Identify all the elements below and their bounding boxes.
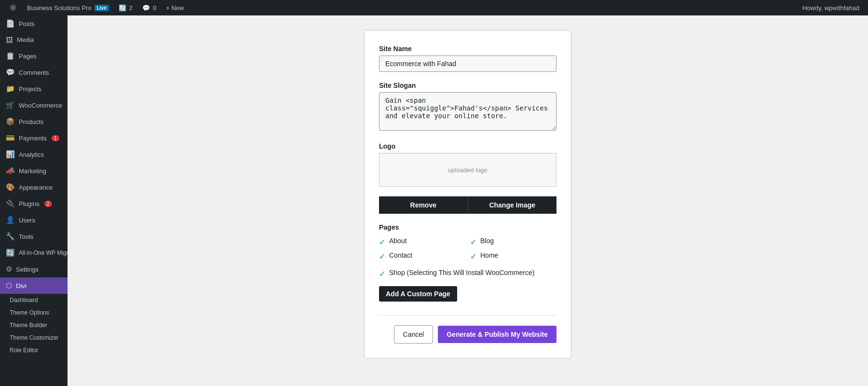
shop-label: Shop (Selecting This Will Install WooCom… xyxy=(389,269,534,276)
users-icon: 👤 xyxy=(6,216,15,224)
sidebar-label-settings: Settings xyxy=(16,266,39,273)
pages-icon: 📋 xyxy=(6,52,15,60)
sidebar-item-users[interactable]: 👤 Users xyxy=(0,212,68,228)
sidebar-item-media[interactable]: 🖼 Media xyxy=(0,32,68,48)
sidebar-item-appearance[interactable]: 🎨 Appearance xyxy=(0,179,68,195)
sidebar-label-payments: Payments xyxy=(19,135,47,142)
sidebar-label-pages: Pages xyxy=(19,53,37,60)
logo-placeholder-text: uploaded logo xyxy=(448,166,488,174)
sidebar-label-users: Users xyxy=(19,217,35,224)
comments-count[interactable]: 💬 0 xyxy=(137,0,161,15)
sidebar-item-plugins[interactable]: 🔌 Plugins 2 xyxy=(0,195,68,212)
updates-icon: 🔄 xyxy=(119,4,126,12)
theme-customizer-label: Theme Customizer xyxy=(10,334,58,341)
analytics-icon: 📊 xyxy=(6,150,15,159)
sidebar-item-products[interactable]: 📦 Products xyxy=(0,113,68,130)
remove-logo-button[interactable]: Remove xyxy=(379,196,468,214)
sidebar-item-payments[interactable]: 💳 Payments 1 xyxy=(0,130,68,146)
cancel-button[interactable]: Cancel xyxy=(394,325,434,344)
home-label: Home xyxy=(480,251,498,259)
sidebar-item-analytics[interactable]: 📊 Analytics xyxy=(0,146,68,163)
sidebar-label-marketing: Marketing xyxy=(19,167,46,175)
dashboard-label: Dashboard xyxy=(10,297,38,303)
payments-icon: 💳 xyxy=(6,134,15,142)
site-name-input[interactable] xyxy=(379,55,556,72)
sidebar-label-woocommerce: WooCommerce xyxy=(19,102,62,109)
sidebar-subitem-dashboard[interactable]: Dashboard xyxy=(0,294,68,306)
updates-number: 2 xyxy=(129,4,133,12)
sidebar-item-projects[interactable]: 📁 Projects xyxy=(0,81,68,97)
sidebar-label-products: Products xyxy=(19,118,43,125)
logo-group: Logo uploaded logo xyxy=(379,142,556,187)
admin-bar: ⚛ Business Solutions Pro Live 🔄 2 💬 0 + … xyxy=(0,0,868,15)
blog-check-icon: ✓ xyxy=(470,237,476,247)
page-item-about: ✓ About xyxy=(379,237,465,247)
settings-icon: ⚙ xyxy=(6,265,12,274)
site-name-bar[interactable]: Business Solutions Pro Live xyxy=(22,0,114,15)
payments-badge: 1 xyxy=(52,135,59,141)
site-name-label: Site Name xyxy=(379,45,556,53)
sidebar-subitem-theme-options[interactable]: Theme Options xyxy=(0,306,68,319)
sidebar-subitem-role-editor[interactable]: Role Editor xyxy=(0,344,68,357)
sidebar-item-settings[interactable]: ⚙ Settings xyxy=(0,261,68,277)
about-check-icon: ✓ xyxy=(379,237,385,247)
sidebar-subitem-theme-customizer[interactable]: Theme Customizer xyxy=(0,331,68,344)
pages-grid: ✓ About ✓ Blog ✓ Contact ✓ Home xyxy=(379,237,556,261)
add-custom-page-button[interactable]: Add A Custom Page xyxy=(379,286,457,302)
page-item-contact: ✓ Contact xyxy=(379,251,465,261)
sidebar-label-analytics: Analytics xyxy=(19,151,44,158)
appearance-icon: 🎨 xyxy=(6,183,15,192)
content-area: Site Name Site Slogan Gain <span class="… xyxy=(68,15,868,386)
sidebar-label-projects: Projects xyxy=(19,85,41,93)
updates-count[interactable]: 🔄 2 xyxy=(114,0,137,15)
site-name-text: Business Solutions Pro xyxy=(27,4,92,12)
marketing-icon: 📣 xyxy=(6,166,15,175)
change-image-button[interactable]: Change Image xyxy=(468,196,557,214)
shop-check-icon: ✓ xyxy=(379,269,385,278)
sidebar-label-appearance: Appearance xyxy=(19,184,53,191)
howdy-label: Howdy, wpwithfahad xyxy=(802,4,859,12)
woocommerce-icon: 🛒 xyxy=(6,101,15,110)
sidebar-label-divi: Divi xyxy=(16,282,27,290)
site-slogan-label: Site Slogan xyxy=(379,82,556,89)
sidebar-label-posts: Posts xyxy=(19,20,35,28)
posts-icon: 📄 xyxy=(6,19,15,28)
howdy-text[interactable]: Howdy, wpwithfahad xyxy=(798,0,864,15)
home-check-icon: ✓ xyxy=(470,252,476,261)
sidebar-label-media: Media xyxy=(17,36,34,43)
sidebar-item-all-in-one[interactable]: 🔄 All-in-One WP Migration xyxy=(0,245,68,261)
sidebar-item-posts[interactable]: 📄 Posts xyxy=(0,15,68,32)
products-icon: 📦 xyxy=(6,117,15,126)
wp-logo[interactable]: ⚛ xyxy=(4,0,22,15)
media-icon: 🖼 xyxy=(6,36,13,44)
contact-label: Contact xyxy=(389,251,412,259)
sidebar-item-divi[interactable]: ⬡ Divi xyxy=(0,277,68,294)
about-label: About xyxy=(389,237,407,245)
pages-section: Pages ✓ About ✓ Blog ✓ Contact xyxy=(379,223,556,278)
page-item-shop: ✓ Shop (Selecting This Will Install WooC… xyxy=(379,269,556,278)
sidebar-item-pages[interactable]: 📋 Pages xyxy=(0,48,68,64)
new-button[interactable]: + New xyxy=(161,0,189,15)
sidebar-subitem-theme-builder[interactable]: Theme Builder xyxy=(0,319,68,331)
new-label: + New xyxy=(166,4,184,12)
sidebar-label-migration: All-in-One WP Migration xyxy=(19,249,68,256)
publish-button[interactable]: Generate & Publish My Website xyxy=(438,326,556,343)
sidebar-item-comments[interactable]: 💬 Comments xyxy=(0,64,68,81)
sidebar-label-plugins: Plugins xyxy=(19,200,40,207)
modal-card: Site Name Site Slogan Gain <span class="… xyxy=(364,30,571,358)
sidebar-item-woocommerce[interactable]: 🛒 WooCommerce xyxy=(0,97,68,113)
modal-footer: Cancel Generate & Publish My Website xyxy=(379,315,556,344)
comments-sidebar-icon: 💬 xyxy=(6,68,15,77)
main-layout: 📄 Posts 🖼 Media 📋 Pages 💬 Comments 📁 Pro… xyxy=(0,15,868,386)
site-slogan-group: Site Slogan Gain <span class="squiggle">… xyxy=(379,82,556,133)
sidebar-item-marketing[interactable]: 📣 Marketing xyxy=(0,163,68,179)
contact-check-icon: ✓ xyxy=(379,252,385,261)
logo-buttons: Remove Change Image xyxy=(379,196,556,214)
plugins-icon: 🔌 xyxy=(6,199,15,208)
pages-section-label: Pages xyxy=(379,223,556,231)
site-slogan-input[interactable]: Gain <span class="squiggle">Fahad's</spa… xyxy=(379,92,556,131)
site-name-group: Site Name xyxy=(379,45,556,72)
sidebar-item-tools[interactable]: 🔧 Tools xyxy=(0,228,68,245)
sidebar: 📄 Posts 🖼 Media 📋 Pages 💬 Comments 📁 Pro… xyxy=(0,15,68,386)
theme-builder-label: Theme Builder xyxy=(10,322,47,329)
